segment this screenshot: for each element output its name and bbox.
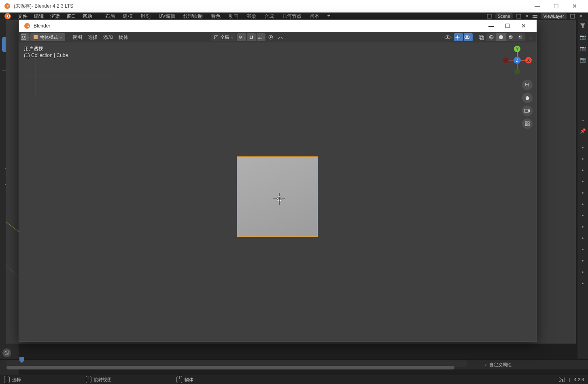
- workspace-layout[interactable]: 布局: [101, 13, 119, 20]
- svg-rect-84: [525, 124, 527, 126]
- scene-name-field[interactable]: Scene: [495, 13, 513, 19]
- workspace-animation[interactable]: 动画: [225, 13, 242, 20]
- svg-line-27: [7, 353, 8, 354]
- scene-new-icon[interactable]: [515, 13, 522, 20]
- camera-view-icon[interactable]: [522, 105, 533, 116]
- workspace-tabs: 布局 建模 雕刻 UV编辑 纹理绘制 着色 动画 渲染 合成 几何节点 脚本 +: [101, 13, 334, 20]
- prop-tab-material[interactable]: •: [577, 268, 588, 277]
- viewlayer-delete-icon[interactable]: ✕: [577, 13, 584, 20]
- workspace-rendering[interactable]: 渲染: [242, 13, 260, 20]
- network-icon: [558, 377, 565, 382]
- minimize-button[interactable]: —: [528, 3, 547, 9]
- workspace-scripting[interactable]: 脚本: [306, 13, 323, 20]
- properties-custom-section[interactable]: ›自定义属性: [485, 360, 582, 369]
- zoom-icon[interactable]: [522, 80, 533, 90]
- timeline-playhead-icon[interactable]: [19, 357, 24, 364]
- prop-tab-world[interactable]: •: [577, 188, 588, 198]
- viewlayer-name-field[interactable]: ViewLayer: [541, 13, 567, 19]
- svg-rect-8: [533, 15, 537, 16]
- viewport-3d[interactable]: 用户透视 (1) Collection | Cube Y X: [19, 42, 537, 341]
- outliner-filter-icon[interactable]: [577, 21, 588, 31]
- workspace-sculpt[interactable]: 雕刻: [137, 13, 155, 20]
- visibility-eye-icon[interactable]: ⌄: [444, 33, 453, 41]
- workspace-geonodes[interactable]: 几何节点: [278, 13, 306, 20]
- menu-help[interactable]: 帮助: [79, 13, 96, 20]
- workspace-shading[interactable]: 着色: [207, 13, 225, 20]
- scene-browse-icon[interactable]: [486, 13, 493, 20]
- scene-delete-icon[interactable]: ✕: [523, 13, 531, 20]
- inner-window-title: Blender: [34, 23, 50, 29]
- close-button[interactable]: ✕: [516, 23, 532, 29]
- svg-rect-51: [480, 36, 484, 40]
- prop-tab-viewlayer[interactable]: •: [577, 166, 588, 175]
- svg-point-74: [503, 57, 509, 63]
- prop-tab-particles[interactable]: •: [577, 222, 588, 232]
- shading-matprev-icon[interactable]: [506, 33, 516, 41]
- editor-type-icon[interactable]: ⌄: [21, 33, 30, 41]
- menu-window[interactable]: 窗口: [63, 13, 79, 20]
- prop-tab-output[interactable]: •: [577, 154, 588, 164]
- outliner-restrict-icon[interactable]: 📷: [577, 32, 588, 42]
- workspace-uv[interactable]: UV编辑: [155, 13, 179, 20]
- proportional-edit-icon[interactable]: [266, 33, 275, 41]
- shading-wireframe-icon[interactable]: [486, 33, 496, 41]
- viewport-nav-buttons: [522, 80, 533, 129]
- timeline-editor-type-icon[interactable]: [2, 348, 11, 357]
- pivot-point-icon[interactable]: ⌄: [237, 33, 246, 41]
- prop-tab-physics[interactable]: •: [577, 234, 588, 243]
- properties-dropdown-icon[interactable]: ⌄: [577, 115, 588, 124]
- svg-point-44: [447, 36, 448, 38]
- svg-text:X: X: [527, 58, 530, 63]
- shading-rendered-icon[interactable]: [516, 33, 525, 41]
- maximize-button[interactable]: ☐: [499, 23, 516, 29]
- mode-selector[interactable]: 物体模式 ⌄: [30, 33, 65, 41]
- gizmo-toggle-icon[interactable]: ⌄: [454, 33, 463, 41]
- window-controls-outer: — ☐ ✕: [528, 3, 584, 9]
- persp-ortho-icon[interactable]: [522, 118, 533, 129]
- properties-pin-icon[interactable]: 📌: [577, 126, 588, 136]
- prop-tab-constraint[interactable]: •: [577, 245, 588, 255]
- custom-props-label: 自定义属性: [489, 362, 512, 368]
- prop-tab-object[interactable]: •: [577, 200, 588, 209]
- svg-rect-50: [479, 35, 482, 38]
- viewlayer-new-icon[interactable]: [569, 13, 576, 20]
- prop-tab-data[interactable]: •: [577, 256, 588, 266]
- workspace-add[interactable]: +: [323, 13, 334, 20]
- menu-edit[interactable]: 编辑: [31, 13, 47, 20]
- viewlayer-browse-icon[interactable]: [531, 13, 539, 20]
- orientation-selector[interactable]: 全局 ⌄: [211, 33, 236, 41]
- close-button[interactable]: ✕: [565, 3, 584, 9]
- svg-point-42: [270, 36, 272, 38]
- vp-menu-object[interactable]: 物体: [116, 33, 131, 41]
- prop-tab-scene[interactable]: •: [577, 177, 588, 187]
- timeline-scrollbar[interactable]: [6, 366, 454, 369]
- xray-toggle-icon[interactable]: [477, 33, 486, 41]
- vp-menu-view[interactable]: 视图: [70, 33, 85, 41]
- workspace-compositing[interactable]: 合成: [260, 13, 278, 20]
- workspace-texpaint[interactable]: 纹理绘制: [179, 13, 207, 20]
- vp-menu-add[interactable]: 添加: [101, 33, 115, 41]
- navigation-gizmo[interactable]: Y X Z: [503, 46, 532, 75]
- workspace-modeling[interactable]: 建模: [119, 13, 137, 20]
- menu-render[interactable]: 渲染: [47, 13, 63, 20]
- outliner-restrict2-icon[interactable]: 📷: [577, 44, 588, 53]
- outliner-restrict3-icon[interactable]: 📷: [577, 55, 588, 65]
- prop-tab-texture[interactable]: •: [577, 279, 588, 289]
- minimize-button[interactable]: —: [483, 23, 499, 29]
- blender-secondary-window: Blender — ☐ ✕ ⌄ 物体模式 ⌄ 视图 选择 添加 物体 全局: [19, 19, 537, 342]
- maximize-button[interactable]: ☐: [547, 3, 565, 9]
- shading-dropdown-icon[interactable]: ⌄: [526, 33, 535, 41]
- cube-object[interactable]: [237, 156, 318, 237]
- snap-toggle-icon[interactable]: [247, 33, 256, 41]
- proportional-falloff-icon[interactable]: [276, 33, 285, 41]
- pan-hand-icon[interactable]: [522, 93, 533, 103]
- vp-menu-select[interactable]: 选择: [85, 33, 100, 41]
- svg-point-33: [22, 36, 25, 38]
- prop-tab-modifier[interactable]: •: [577, 211, 588, 221]
- snap-type-icon[interactable]: ⌄: [257, 33, 265, 41]
- shading-solid-icon[interactable]: [496, 33, 506, 41]
- overlay-toggle-icon[interactable]: ⌄: [464, 33, 473, 41]
- svg-rect-7: [517, 14, 521, 18]
- menu-file[interactable]: 文件: [15, 13, 31, 20]
- prop-tab-render[interactable]: •: [577, 143, 588, 153]
